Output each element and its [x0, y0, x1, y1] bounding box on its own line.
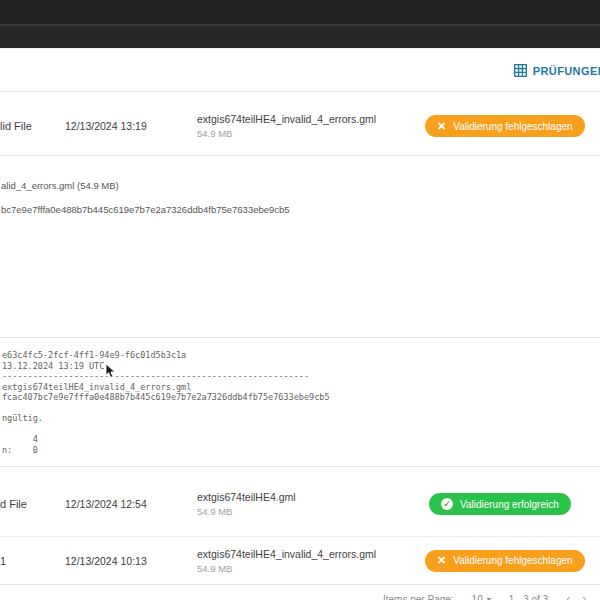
row-label: lid File [0, 120, 32, 132]
mouse-cursor-icon [105, 363, 117, 384]
row-date: 12/13/2024 13:19 [65, 120, 147, 132]
paginator: Items per Page: 10 ▾ 1 - 3 of 3 ‹ › [383, 592, 586, 600]
row-file-cell: extgis674teilHE4_invalid_4_errors.gml 54… [197, 548, 376, 574]
detail-file-info: alid_4_errors.gml (54.9 MB) [1, 180, 119, 191]
paginator-range: 1 - 3 of 3 [509, 594, 548, 600]
log-line: n: 0 [2, 445, 600, 456]
table-row[interactable]: d File 12/13/2024 12:54 extgis674teilHE4… [0, 472, 600, 536]
paginator-nav: ‹ › [566, 592, 586, 600]
row-date: 12/13/2024 10:13 [65, 555, 147, 567]
log-line: 4 [2, 434, 600, 445]
content-top-edge [0, 48, 600, 49]
status-badge-label: Validierung erfolgreich [460, 499, 559, 510]
row-file-cell: extgis674teilHE4_invalid_4_errors.gml 54… [197, 113, 376, 139]
detail-divider [0, 337, 600, 338]
chevron-down-icon: ▾ [487, 595, 491, 600]
status-badge-label: Validierung fehlgeschlagen [453, 121, 572, 132]
row-file-cell: extgis674teilHE4.gml 54.9 MB [197, 491, 296, 517]
items-per-page-label: Items per Page: [383, 594, 454, 600]
file-name: extgis674teilHE4_invalid_4_errors.gml [197, 113, 376, 125]
file-size: 54.9 MB [197, 563, 376, 574]
row-label: d File [0, 498, 27, 510]
table-bottom-divider [0, 584, 600, 585]
table-row[interactable]: 1 12/13/2024 10:13 extgis674teilHE4_inva… [0, 537, 600, 584]
table-row[interactable]: lid File 12/13/2024 13:19 extgis674teilH… [0, 96, 600, 156]
status-badge: ✕ Validierung fehlgeschlagen [425, 115, 585, 137]
file-size: 54.9 MB [197, 128, 376, 139]
log-line: 13.12.2024 13:19 UTC [2, 361, 600, 372]
status-badge: ✕ Validierung fehlgeschlagen [425, 550, 585, 572]
next-page-icon[interactable]: › [582, 592, 586, 600]
log-line [2, 403, 600, 414]
page-size-value: 10 [472, 594, 483, 600]
grid-icon [514, 64, 527, 77]
check-circle-icon: ✓ [441, 498, 453, 510]
log-line: e63c4fc5-2fcf-4ff1-94e9-f6c01d5b3c1a [2, 350, 600, 361]
file-name: extgis674teilHE4_invalid_4_errors.gml [197, 548, 376, 560]
log-line: ----------------------------------------… [2, 371, 600, 382]
page-size-select[interactable]: 10 ▾ [472, 594, 491, 600]
log-divider [0, 466, 600, 467]
log-line: extgis674teilHE4_invalid_4_errors.gml [2, 382, 600, 393]
row-label: 1 [0, 555, 6, 567]
pruefungen-link[interactable]: PRÜFUNGEN [514, 64, 600, 77]
log-line: fcac407bc7e9e7fffa0e488b7b445c619e7b7e2a… [2, 392, 600, 403]
window-chrome-top [0, 0, 600, 24]
detail-file-hash: bc7e9e7fffa0e488b7b445c619e7b7e2a7326ddb… [1, 204, 290, 215]
log-line: ngültig. [2, 413, 600, 424]
status-badge-label: Validierung fehlgeschlagen [453, 555, 572, 566]
x-icon: ✕ [437, 555, 446, 566]
window-chrome-bottom [0, 26, 600, 48]
file-size: 54.9 MB [197, 506, 296, 517]
row-date: 12/13/2024 12:54 [65, 498, 147, 510]
file-name: extgis674teilHE4.gml [197, 491, 296, 503]
previous-page-icon[interactable]: ‹ [566, 592, 570, 600]
x-icon: ✕ [437, 121, 446, 132]
toolbar-divider [0, 91, 600, 92]
pruefungen-label: PRÜFUNGEN [533, 65, 600, 77]
row-divider [0, 155, 600, 156]
validation-log: e63c4fc5-2fcf-4ff1-94e9-f6c01d5b3c1a 13.… [2, 350, 600, 455]
log-line [2, 424, 600, 435]
status-badge: ✓ Validierung erfolgreich [429, 493, 571, 515]
